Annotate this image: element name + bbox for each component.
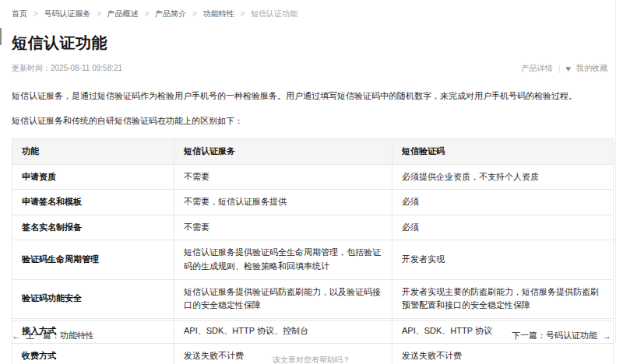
table-cell: 签名实名制报备	[12, 215, 174, 240]
next-article-link[interactable]: 下一篇：号码认证功能 →	[512, 330, 611, 341]
table-cell: 必须提供企业资质，不支持个人资质	[392, 164, 614, 190]
breadcrumb-separator: >	[192, 9, 197, 18]
table-cell: 验证码生命周期管理	[12, 240, 174, 279]
heart-icon[interactable]: ♥	[565, 64, 571, 73]
left-edge-mark	[0, 28, 2, 45]
table-row: 验证码功能安全 短信认证服务提供验证码防盗刷能力，以及验证码接口的安全稳定性保障…	[12, 279, 614, 318]
intro-paragraph-2: 短信认证服务和传统的自研短信验证码在功能上的区别如下：	[12, 114, 611, 128]
meta-divider: |	[558, 65, 561, 73]
breadcrumb-item-number-auth-service[interactable]: 号码认证服务	[44, 9, 90, 18]
favorite-link[interactable]: 我的收藏	[576, 63, 607, 74]
breadcrumb-item-current: 短信认证功能	[251, 9, 297, 18]
breadcrumb-separator: >	[97, 9, 101, 18]
table-cell: 申请资质	[12, 164, 174, 190]
breadcrumb-item-product-intro[interactable]: 产品简介	[155, 9, 186, 18]
breadcrumb: 首页 > 号码认证服务 > 产品概述 > 产品简介 > 功能特性 > 短信认证功…	[12, 6, 611, 19]
table-cell: 不需要	[174, 164, 392, 190]
feedback-question: 该文章对您有帮助吗？	[12, 355, 611, 364]
table-cell: 开发者实现主要的防盗刷能力，短信服务提供防盗刷预警配置和接口的安全稳定性保障	[392, 279, 614, 318]
left-arrow-icon: ←	[12, 331, 21, 341]
meta-actions: 产品详情 | ♥ 我的收藏	[522, 63, 611, 74]
table-row: 申请签名和模板 不需要，短信认证服务提供 必须	[12, 190, 614, 215]
updated-time: 更新时间：2025-08-11 09:58:21	[12, 63, 122, 74]
table-cell: 不需要	[174, 215, 392, 240]
table-cell: 必须	[392, 190, 614, 215]
right-arrow-icon: →	[602, 331, 611, 341]
updated-value: 2025-08-11 09:58:21	[51, 64, 122, 72]
table-header-feature: 功能	[12, 139, 174, 165]
breadcrumb-item-home[interactable]: 首页	[12, 9, 27, 18]
breadcrumb-item-product-overview[interactable]: 产品概述	[107, 9, 139, 18]
product-details-link[interactable]: 产品详情	[522, 63, 553, 74]
breadcrumb-separator: >	[33, 9, 38, 18]
page-title: 短信认证功能	[12, 33, 611, 54]
table-cell: 不需要，短信认证服务提供	[174, 190, 392, 215]
table-cell: 必须	[392, 215, 614, 240]
prev-article-link[interactable]: ← 上一篇：功能特性	[12, 330, 94, 341]
table-cell: 短信认证服务提供验证码防盗刷能力，以及验证码接口的安全稳定性保障	[174, 279, 392, 318]
table-cell: 申请签名和模板	[12, 190, 174, 215]
intro-paragraph-1: 短信认证服务，是通过短信验证码作为检验用户手机号的一种检验服务。用户通过填写短信…	[12, 89, 611, 103]
table-header-sms-auth-service: 短信认证服务	[174, 139, 392, 165]
content-right-divider	[615, 0, 616, 344]
pager: ← 上一篇：功能特性 下一篇：号码认证功能 →	[12, 320, 611, 341]
table-row: 申请资质 不需要 必须提供企业资质，不支持个人资质	[12, 164, 614, 190]
bottom-section: ← 上一篇：功能特性 下一篇：号码认证功能 → 该文章对您有帮助吗？	[12, 320, 611, 364]
table-header-sms-verification-code: 短信验证码	[392, 139, 614, 165]
breadcrumb-separator: >	[240, 9, 245, 18]
doc-page: 首页 > 号码认证服务 > 产品概述 > 产品简介 > 功能特性 > 短信认证功…	[0, 0, 623, 364]
prev-article-label: 上一篇：功能特性	[26, 330, 94, 341]
breadcrumb-item-features[interactable]: 功能特性	[203, 9, 234, 18]
table-cell: 验证码功能安全	[12, 279, 174, 318]
table-row: 验证码生命周期管理 短信认证服务提供验证码全生命周期管理，包括验证码的生成规则、…	[12, 240, 614, 279]
next-article-label: 下一篇：号码认证功能	[512, 330, 597, 341]
updated-label: 更新时间：	[12, 64, 51, 72]
table-header-row: 功能 短信认证服务 短信验证码	[12, 139, 614, 165]
breadcrumb-separator: >	[145, 9, 150, 18]
meta-row: 更新时间：2025-08-11 09:58:21 产品详情 | ♥ 我的收藏	[12, 63, 611, 74]
table-cell: 短信认证服务提供验证码全生命周期管理，包括验证码的生成规则、检验策略和回填率统计	[174, 240, 392, 279]
table-cell: 开发者实现	[392, 240, 614, 279]
table-row: 签名实名制报备 不需要 必须	[12, 215, 614, 240]
